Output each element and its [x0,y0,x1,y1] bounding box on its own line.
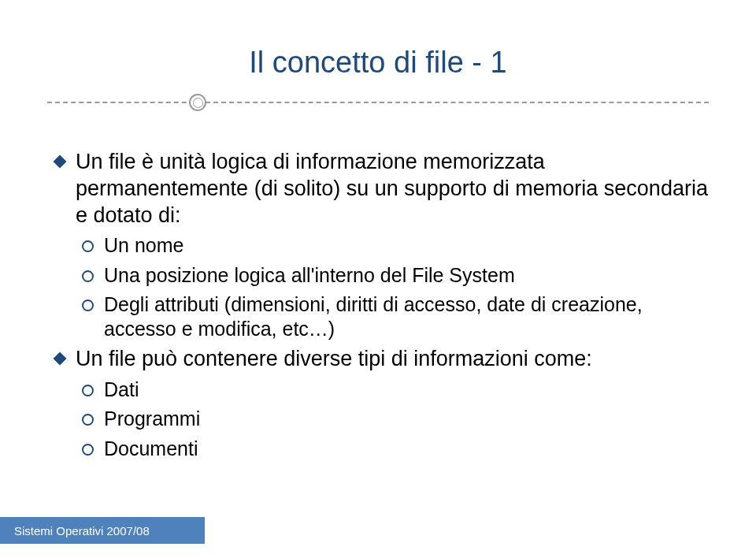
bullet-text: Un file è unità logica di informazione m… [76,150,708,227]
bullet-level2: Un nome [47,233,709,258]
divider-line [47,102,709,103]
bullet-text: Degli attributi (dimensioni, diritti di … [104,293,643,340]
bullet-level2: Programmi [47,407,709,431]
bullet-text: Documenti [104,437,198,459]
slide-body: Un file è unità logica di informazione m… [47,149,709,461]
bullet-text: Un file può contenere diverse tipi di in… [76,347,592,370]
bullet-level2: Documenti [47,437,709,461]
bullet-level2: Degli attributi (dimensioni, diritti di … [47,292,709,342]
bullet-level2: Dati [47,378,709,402]
bullet-text: Programmi [104,407,200,430]
bullet-level2: Una posizione logica all'interno del Fil… [47,263,709,288]
slide: Il concetto di file - 1 Un file è unità … [0,0,756,558]
bullet-text: Una posizione logica all'interno del Fil… [104,264,515,286]
slide-title: Il concetto di file - 1 [47,46,709,80]
bullet-level1: Un file è unità logica di informazione m… [47,149,709,229]
bullet-text: Dati [104,378,139,400]
bullet-text: Un nome [104,234,183,256]
divider-circle-inner [193,98,203,108]
divider-ornament [47,94,709,111]
footer-bar: Sistemi Operativi 2007/08 [0,517,205,544]
bullet-level1: Un file può contenere diverse tipi di in… [47,346,709,373]
footer-text: Sistemi Operativi 2007/08 [14,524,150,538]
